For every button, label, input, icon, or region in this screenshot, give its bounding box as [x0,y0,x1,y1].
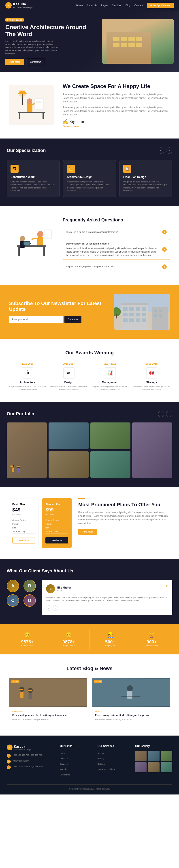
hero-title: Creative Architecture Around The Word [5,24,90,38]
plan-btn-1[interactable]: Read More [45,537,68,544]
svg-rect-60 [28,690,32,691]
avatar-grid: A B C D [7,580,38,607]
quote-icon: " [166,583,169,592]
footer-link-0[interactable]: Home [60,752,65,754]
svg-rect-30 [129,307,134,311]
footer-link-4[interactable]: Contact Us [60,774,70,776]
portfolio-prev-button[interactable]: ← [158,411,164,417]
location-icon: 📍 [7,765,11,769]
about-illustration [9,85,54,125]
nav-about[interactable]: About Us [87,4,97,7]
pricing-section: Basic Plan $49 Per Month Graphic Design … [0,487,179,559]
spec-card-title-1: Architecture Design [67,176,112,179]
faq-item-2[interactable]: Aliquam erat elit, egestas diam pharetra… [63,261,170,272]
hero-read-more-button[interactable]: Read More [5,59,24,65]
testimonial-next-button[interactable]: → [53,605,58,611]
footer-link-3[interactable]: Portfolio [60,768,67,771]
faq-toggle-1[interactable]: - [162,247,167,252]
blog-grid: 5 June Architecture Fusce volupt aria ve… [9,678,170,724]
award-title-0: Architecture [9,381,46,384]
svg-rect-33 [123,313,128,316]
portfolio-overlay-1 [7,423,47,478]
nav-pages[interactable]: Pages [101,4,108,7]
testimonial-prev-button[interactable]: ← [46,605,51,611]
svg-rect-63 [127,691,133,699]
award-years-1: 2016-2017 [50,362,87,365]
pricing-card-basic: Basic Plan $49 Per Month Graphic Design … [9,498,38,548]
avatar-3: D [24,594,36,607]
footer-link-2[interactable]: Services [60,763,68,765]
svg-rect-29 [123,307,128,311]
newsletter-subscribe-button[interactable]: Subscribe [65,316,81,323]
newsletter-section: Subscribe To Our Newsletter For Latest U… [0,285,179,339]
portfolio-next-button[interactable]: → [166,411,172,417]
spec-card-text-0: Mauportis molestie pharetra. Lectus feli… [10,180,56,192]
spec-cards: 🏗 Construction Work Mauportis molestie p… [7,160,172,197]
spec-prev-button[interactable]: ← [158,148,164,154]
footer-logo-icon: K [7,745,12,750]
hero-contact-button[interactable]: Contact Us [26,59,45,65]
stat-1: 😊 9878+ Happy Clients [48,629,90,650]
spec-card-title-2: Floor Plan Design [123,176,169,179]
spec-header: Our Specialization ← → [7,148,172,154]
spec-icon-1: 📐 [67,165,75,173]
blog-img-0: 5 June [9,678,87,707]
plan-btn-0[interactable]: Read More [12,537,35,544]
testimonial-text: Lorem ipsum dolor sit amet, consectetur … [46,596,168,602]
footer-link-1[interactable]: About Us [60,757,68,760]
portfolio-img-2 [48,423,88,450]
faq-toggle-2[interactable]: + [162,265,167,269]
footer-service-1[interactable]: Planing [98,757,104,760]
newsletter-email-input[interactable] [9,316,63,323]
spec-next-button[interactable]: → [166,148,172,154]
about-illustration-svg [13,87,49,123]
nav-contact[interactable]: Contact [135,4,143,7]
spec-card-2: 📋 Floor Plan Design Mauportis molestie p… [119,160,172,197]
plan-features-1: Graphic Design Interior BIM 3ds Renderin… [45,518,68,534]
footer-service-3[interactable]: Terms & Conditions [98,768,115,771]
spec-card-text-1: Mauportis molestie pharetra. Lectus feli… [67,180,112,192]
nav-home[interactable]: Home [76,4,83,7]
feature-0-0: Graphic Design [12,518,35,522]
nav-services[interactable]: Services [112,4,121,7]
nav-blog[interactable]: Blog [126,4,131,7]
pricing-divider [78,498,85,499]
footer-service-2[interactable]: Building [98,763,105,765]
footer-phone-text: +880 123-456-789 +880-456-789 [12,754,42,756]
faq-item-1[interactable]: Donec semper elit ut facilisis interdum … [63,239,170,260]
hero-image [90,19,174,64]
faq-toggle-0[interactable]: + [162,230,167,235]
award-1: 2016-2017 ✏ Design Mauportis molestie ph… [50,362,87,391]
stat-2: 👷 500+ Employees [90,629,131,650]
blog-body-0: Architecture Fusce volupt aria velit id … [9,707,87,724]
pricing-content: Most Prominent Plans To Offer You Fusce … [78,498,170,535]
appointment-button[interactable]: Order Appointment [147,3,174,8]
awards-title: Our Awards Winning [9,350,170,356]
svg-rect-50 [10,465,13,467]
faq-illustration [9,217,54,262]
stat-num-3: 900+ [134,640,169,645]
svg-rect-17 [37,237,43,245]
footer-service-0[interactable]: Support [98,752,105,754]
portfolio-overlay-4 [132,423,172,478]
plan-price-0: $49 [12,507,35,513]
portfolio-section: Our Portfolio ← → [0,402,179,487]
spec-arrows: ← → [158,148,172,154]
spec-icon-2: 📋 [123,165,131,173]
footer-contact: 📞 +880 123-456-789 +880-456-789 ✉ info@K… [7,754,53,769]
pricing-read-more-button[interactable]: Read More [78,529,97,535]
award-icon-2: 📊 [105,367,116,378]
testimonials-grid: A B C D " E Elly khther CEO [7,580,172,615]
testimonial-author-info: Elly khther CEO [57,586,71,591]
award-text-1: Mauportis molestie pharetra lorem ipsum … [50,385,87,391]
svg-point-62 [127,685,133,691]
award-icon-1: ✏ [63,367,74,378]
building-windows [113,37,142,47]
footer-location: 📍 1234 Place, Suite 100, Floor Place [7,765,53,769]
award-text-3: Mauportis molestie pharetra lorem ipsum … [133,385,170,391]
feature-1-0: Graphic Design [45,518,68,522]
award-text-0: Mauportis molestie pharetra lorem ipsum … [9,385,46,391]
faq-item-0[interactable]: In erat leo id faucibus interdum consequ… [63,227,170,237]
award-years-3: 2018-2019 [133,362,170,365]
footer-about: K Kasuua Architecture & Design 📞 +880 12… [7,745,53,778]
